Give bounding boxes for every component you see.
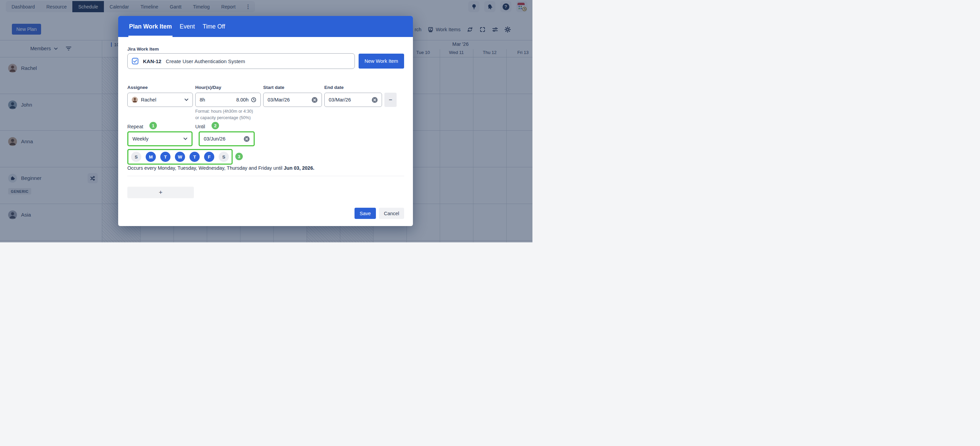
work-item-summary: Create User Authentication System [166,59,245,64]
new-work-item-button[interactable]: New Work Item [359,54,404,68]
recurrence-until-date: Jun 03, 2026. [283,165,314,171]
tab-event[interactable]: Event [179,16,196,37]
start-date-value: 03/Mar/26 [267,97,290,103]
clear-icon[interactable] [244,136,250,142]
work-item-key: KAN-12 [143,59,161,64]
add-row-button[interactable]: + [127,187,194,198]
avatar [132,97,138,103]
assignee-label: Assignee [127,85,148,90]
dialog-header: Plan Work Item Event Time Off [118,16,413,37]
recurrence-summary: Occurs every Monday, Tuesday, Wednesday,… [127,165,315,171]
assignee-value: Rachel [141,97,156,103]
annotation-badge-1: 1 [150,122,157,129]
annotation-badge-2: 2 [212,122,219,129]
annotation-badge-3: 3 [235,153,243,160]
end-date-value: 03/Mar/26 [329,97,351,103]
weekday-pill-tue[interactable]: T [160,152,170,162]
chevron-down-icon [185,98,188,101]
save-button[interactable]: Save [355,208,376,219]
until-date-value: 03/Jun/26 [204,136,226,141]
clock-icon[interactable] [251,97,256,103]
work-item-picker[interactable]: KAN-12 Create User Authentication System [127,53,355,69]
hours-computed: 8.00h [236,97,248,103]
cancel-button[interactable]: Cancel [379,208,404,219]
weekday-pill-wed[interactable]: W [175,152,185,162]
start-date-label: Start date [263,85,284,90]
divider [127,176,404,176]
hours-label: Hour(s)/Day [195,85,221,90]
hours-format-hint2: or capacity percentage (50%) [195,116,251,120]
end-date-label: End date [324,85,344,90]
remove-row-button[interactable]: − [384,93,397,107]
clear-icon[interactable] [312,97,318,103]
plan-work-item-dialog: Plan Work Item Event Time Off Jira Work … [118,16,413,226]
hours-per-day-input[interactable]: 8h 8.00h [195,93,261,107]
assignee-select[interactable]: Rachel [127,93,193,107]
weekday-pill-sun[interactable]: S [131,152,141,162]
tab-time-off[interactable]: Time Off [202,16,226,37]
repeat-select[interactable]: Weekly [127,131,192,146]
weekday-pill-sat[interactable]: S [219,152,229,162]
clear-icon[interactable] [372,97,378,103]
until-label: Until [195,124,205,129]
recurrence-summary-text: Occurs every Monday, Tuesday, Wednesday,… [127,165,283,171]
jira-work-item-label: Jira Work Item [127,46,159,52]
until-date-input[interactable]: 03/Jun/26 [199,131,255,146]
end-date-input[interactable]: 03/Mar/26 [324,93,382,107]
weekday-selector: S M T W T F S [127,149,232,165]
hours-value: 8h [200,97,205,103]
tab-plan-work-item[interactable]: Plan Work Item [128,16,172,37]
task-checkbox-icon [132,58,138,65]
chevron-down-icon [183,138,188,140]
weekday-pill-mon[interactable]: M [146,152,156,162]
repeat-value: Weekly [132,136,148,141]
weekday-pill-fri[interactable]: F [204,152,214,162]
repeat-label: Repeat [127,124,143,129]
start-date-input[interactable]: 03/Mar/26 [263,93,322,107]
hours-format-hint: Format: hours (4h30m or 4:30) [195,109,253,114]
weekday-pill-thu[interactable]: T [189,152,200,162]
